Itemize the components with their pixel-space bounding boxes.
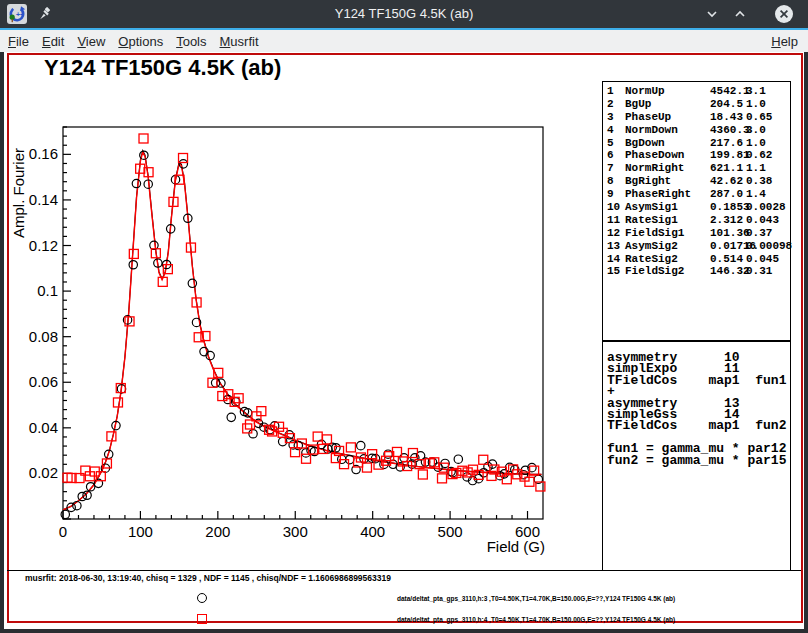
parameter-name: PhaseRight bbox=[625, 188, 691, 200]
parameter-row: 14 RateSig2 0.514 0.045 bbox=[603, 253, 790, 266]
parameter-value: 18.43 bbox=[710, 111, 743, 123]
parameter-name: BgRight bbox=[625, 175, 671, 187]
maximize-button[interactable] bbox=[730, 4, 750, 24]
parameter-number: 1 bbox=[607, 85, 614, 97]
legend-label: data/deltat_pta_gps_3110,h:3 ,T0=4.50K,T… bbox=[397, 595, 675, 602]
theory-box: asymmetry 10 simplExpo 11 TFieldCos map1… bbox=[602, 341, 791, 570]
parameter-value: 199.81 bbox=[710, 149, 750, 161]
parameter-error: 1.0 bbox=[746, 137, 766, 149]
parameter-row: 9 PhaseRight 287.0 1.4 bbox=[603, 188, 790, 201]
legend: data/deltat_pta_gps_3110,h:3 ,T0=4.50K,T… bbox=[0, 588, 800, 630]
parameter-name: NormUp bbox=[625, 85, 665, 97]
parameter-number: 8 bbox=[607, 175, 614, 187]
parameter-value: 42.62 bbox=[710, 175, 743, 187]
parameter-number: 4 bbox=[607, 124, 614, 136]
parameter-name: AsymSig1 bbox=[625, 201, 678, 213]
parameter-row: 11 RateSig1 2.312 0.043 bbox=[603, 214, 790, 227]
parameter-number: 13 bbox=[607, 240, 620, 252]
legend-entry: data/deltat_pta_gps_3110,h:3 ,T0=4.50K,T… bbox=[0, 588, 800, 609]
parameter-row: 4 NormDown 4360.3 3.0 bbox=[603, 124, 790, 137]
plot-title: Y124 TF150G 4.5K (ab) bbox=[44, 55, 281, 81]
parameter-number: 9 bbox=[607, 188, 614, 200]
parameter-row: 6 PhaseDown 199.81 0.62 bbox=[603, 149, 790, 162]
footer-separator bbox=[7, 570, 801, 571]
parameter-error: 1.4 bbox=[746, 188, 766, 200]
parameter-row: 15 FieldSig2 146.32 0.31 bbox=[603, 265, 790, 278]
window-title: Y124 TF150G 4.5K (ab) bbox=[0, 0, 808, 28]
parameter-error: 0.38 bbox=[746, 175, 772, 187]
menu-item-edit[interactable]: Edit bbox=[42, 34, 77, 49]
close-button[interactable] bbox=[774, 4, 794, 24]
legend-label: data/deltat_pta_gps_3110,h:4 ,T0=4.50K,T… bbox=[397, 616, 675, 623]
window-titlebar: ++ Y124 TF150G 4.5K (ab) bbox=[0, 0, 808, 28]
parameter-number: 14 bbox=[607, 253, 620, 265]
parameter-value: 146.32 bbox=[710, 265, 750, 277]
parameter-error: 0.0028 bbox=[746, 201, 786, 213]
menubar: File Edit View Options Tools Musrfit Hel… bbox=[0, 30, 808, 52]
parameter-row: 1 NormUp 4542.1 3.1 bbox=[603, 85, 790, 98]
legend-marker bbox=[197, 593, 207, 603]
parameter-name: FieldSig2 bbox=[625, 265, 684, 277]
parameter-row: 5 BgDown 217.6 1.0 bbox=[603, 137, 790, 150]
parameter-row: 12 FieldSig1 101.36 0.37 bbox=[603, 227, 790, 240]
parameter-value: 0.514 bbox=[710, 253, 743, 265]
application-window: ++ Y124 TF150G 4.5K (ab) File Edit View bbox=[0, 0, 808, 633]
parameter-number: 3 bbox=[607, 111, 614, 123]
parameter-value: 204.5 bbox=[710, 98, 743, 110]
parameter-number: 7 bbox=[607, 162, 614, 174]
parameter-row: 2 BgUp 204.5 1.0 bbox=[603, 98, 790, 111]
menu-item-file[interactable]: File bbox=[8, 34, 42, 49]
parameter-row: 13 AsymSig2 0.01716 0.00098 bbox=[603, 240, 790, 253]
parameter-number: 12 bbox=[607, 227, 620, 239]
parameter-number: 10 bbox=[607, 201, 620, 213]
minimize-button[interactable] bbox=[702, 4, 722, 24]
parameter-error: 0.62 bbox=[746, 149, 772, 161]
parameter-value: 0.1853 bbox=[710, 201, 750, 213]
menu-item-options[interactable]: Options bbox=[118, 34, 176, 49]
parameter-value: 287.0 bbox=[710, 188, 743, 200]
parameter-name: BgDown bbox=[625, 137, 665, 149]
parameter-name: NormDown bbox=[625, 124, 678, 136]
parameter-error: 0.65 bbox=[746, 111, 772, 123]
parameter-name: PhaseUp bbox=[625, 111, 671, 123]
parameter-number: 5 bbox=[607, 137, 614, 149]
parameter-name: RateSig1 bbox=[625, 214, 678, 226]
parameter-error: 0.043 bbox=[746, 214, 779, 226]
parameter-name: RateSig2 bbox=[625, 253, 678, 265]
parameter-number: 2 bbox=[607, 98, 614, 110]
menu-item-view[interactable]: View bbox=[77, 34, 118, 49]
parameter-value: 621.1 bbox=[710, 162, 743, 174]
parameter-name: NormRight bbox=[625, 162, 684, 174]
parameter-number: 6 bbox=[607, 149, 614, 161]
parameter-error: 3.1 bbox=[746, 85, 766, 97]
parameter-number: 15 bbox=[607, 265, 620, 277]
menu-item-help[interactable]: Help bbox=[771, 34, 808, 49]
parameter-row: 3 PhaseUp 18.43 0.65 bbox=[603, 111, 790, 124]
fit-stats-line: musrfit: 2018-06-30, 13:19:40, chisq = 1… bbox=[25, 573, 391, 583]
parameter-name: BgUp bbox=[625, 98, 651, 110]
parameter-error: 3.0 bbox=[746, 124, 766, 136]
parameter-name: AsymSig2 bbox=[625, 240, 678, 252]
parameter-error: 0.37 bbox=[746, 227, 772, 239]
parameter-value: 217.6 bbox=[710, 137, 743, 149]
parameter-error: 1.1 bbox=[746, 162, 766, 174]
parameter-number: 11 bbox=[607, 214, 620, 226]
legend-entry: data/deltat_pta_gps_3110,h:4 ,T0=4.50K,T… bbox=[0, 609, 800, 630]
parameter-error: 0.00098 bbox=[746, 240, 792, 252]
theory-text: asymmetry 10 simplExpo 11 TFieldCos map1… bbox=[607, 352, 790, 466]
parameter-row: 8 BgRight 42.62 0.38 bbox=[603, 175, 790, 188]
parameter-value: 101.36 bbox=[710, 227, 750, 239]
parameter-value: 4360.3 bbox=[710, 124, 750, 136]
parameter-value: 4542.1 bbox=[710, 85, 750, 97]
parameter-box: 1 NormUp 4542.1 3.1 2 BgUp 204.5 1.0 3 P… bbox=[602, 81, 791, 341]
menu-item-musrfit[interactable]: Musrfit bbox=[220, 34, 272, 49]
parameter-error: 1.0 bbox=[746, 98, 766, 110]
parameter-value: 2.312 bbox=[710, 214, 743, 226]
parameter-error: 0.31 bbox=[746, 265, 772, 277]
parameter-row: 10 AsymSig1 0.1853 0.0028 bbox=[603, 201, 790, 214]
parameter-row: 7 NormRight 621.1 1.1 bbox=[603, 162, 790, 175]
legend-marker bbox=[197, 614, 207, 624]
menu-item-tools[interactable]: Tools bbox=[176, 34, 219, 49]
parameter-name: PhaseDown bbox=[625, 149, 684, 161]
parameter-name: FieldSig1 bbox=[625, 227, 684, 239]
